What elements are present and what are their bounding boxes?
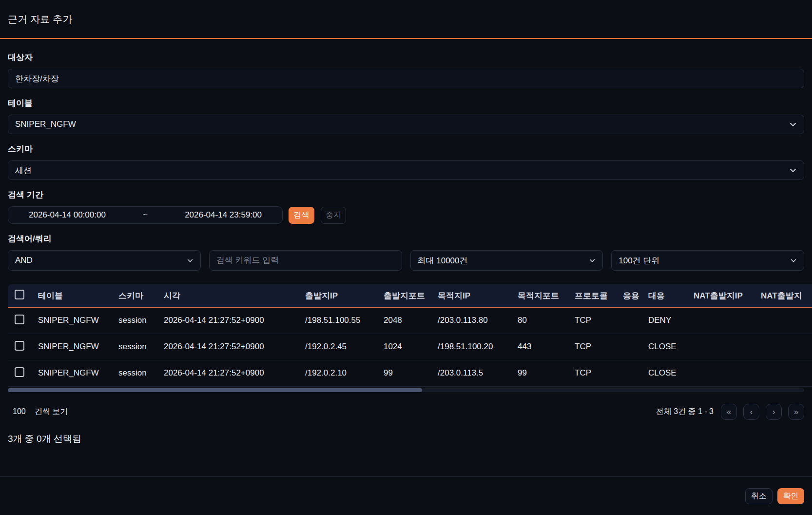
table-label: 테이블 — [8, 98, 804, 109]
table-cell: TCP — [567, 360, 615, 386]
column-header: 시각 — [156, 284, 297, 307]
double-chevron-left-icon: « — [727, 408, 731, 416]
table-cell: 2026-04-14 21:27:52+0900 — [156, 334, 297, 360]
table-cell: SNIPER_NGFW — [30, 307, 111, 334]
range-text: 전체 3건 중 1 - 3 — [656, 407, 714, 417]
table-cell — [615, 307, 640, 334]
table-cell — [686, 307, 753, 334]
dialog-header: 근거 자료 추가 — [0, 0, 812, 39]
table-cell: 99 — [510, 360, 567, 386]
table-cell: 443 — [510, 334, 567, 360]
chevron-down-icon — [789, 120, 797, 128]
row-checkbox[interactable] — [15, 341, 24, 351]
operator-select[interactable]: AND — [8, 250, 201, 271]
table-row[interactable]: SNIPER_NGFWsession2026-04-14 21:27:52+09… — [8, 334, 812, 360]
end-datetime[interactable]: 2026-04-14 23:59:00 — [185, 210, 262, 220]
table-cell: session — [111, 334, 156, 360]
last-page-button[interactable]: » — [788, 404, 804, 420]
results-table: 테이블스키마시각출발지IP출발지포트목적지IP목적지포트프로토콜응용대응NAT출… — [8, 284, 812, 387]
column-header: 응용 — [615, 284, 640, 307]
chevron-right-icon: › — [773, 408, 775, 416]
query-row: AND 최대 10000건 100건 단위 — [8, 250, 804, 271]
table-select[interactable]: SNIPER_NGFW — [8, 115, 804, 134]
prev-page-button[interactable]: ‹ — [743, 404, 759, 420]
chevron-down-icon — [789, 166, 797, 174]
target-input[interactable]: 한차장/차장 — [8, 69, 804, 88]
table-cell: SNIPER_NGFW — [30, 334, 111, 360]
schema-label: 스키마 — [8, 143, 804, 155]
column-header: 목적지포트 — [510, 284, 567, 307]
schema-select-value: 세션 — [15, 165, 32, 176]
table-header-row: 테이블스키마시각출발지IP출발지포트목적지IP목적지포트프로토콜응용대응NAT출… — [8, 284, 812, 307]
double-chevron-right-icon: » — [794, 408, 798, 416]
target-value: 한차장/차장 — [15, 73, 59, 84]
table-cell: SNIPER_NGFW — [30, 360, 111, 386]
table-cell: /203.0.113.80 — [430, 307, 510, 334]
dialog-body: 대상자 한차장/차장 테이블 SNIPER_NGFW 스키마 세션 검색 기간 … — [0, 39, 812, 271]
chevron-left-icon: ‹ — [750, 408, 753, 416]
table-cell: 2026-04-14 21:27:52+0900 — [156, 307, 297, 334]
table-cell: /198.51.100.55 — [297, 307, 376, 334]
table-cell: /198.51.100.20 — [430, 334, 510, 360]
target-label: 대상자 — [8, 52, 804, 63]
keyword-input[interactable] — [209, 250, 402, 271]
row-checkbox[interactable] — [15, 367, 24, 377]
first-page-button[interactable]: « — [721, 404, 737, 420]
schema-select[interactable]: 세션 — [8, 160, 804, 180]
table-cell — [615, 334, 640, 360]
table-select-value: SNIPER_NGFW — [15, 119, 76, 129]
page-size-suffix: 건씩 보기 — [35, 407, 68, 417]
confirm-button[interactable]: 확인 — [777, 488, 804, 504]
table-cell: /203.0.113.5 — [430, 360, 510, 386]
table-cell — [686, 334, 753, 360]
results-table-container: 테이블스키마시각출발지IP출발지포트목적지IP목적지포트프로토콜응용대응NAT출… — [8, 284, 812, 387]
max-rows-value: 최대 10000건 — [418, 255, 468, 266]
period-row: 2026-04-14 00:00:00 ~ 2026-04-14 23:59:0… — [8, 206, 804, 224]
table-cell: 80 — [510, 307, 567, 334]
date-range-picker[interactable]: 2026-04-14 00:00:00 ~ 2026-04-14 23:59:0… — [8, 206, 283, 224]
next-page-button[interactable]: › — [766, 404, 782, 420]
column-header: NAT출발지IP — [686, 284, 753, 307]
operator-select-value: AND — [15, 256, 33, 265]
table-cell: 99 — [376, 360, 430, 386]
table-cell: /192.0.2.10 — [297, 360, 376, 386]
table-cell: CLOSE — [640, 360, 686, 386]
page-size-select[interactable]: 100 — [8, 407, 26, 416]
column-header: 스키마 — [111, 284, 156, 307]
cancel-button[interactable]: 취소 — [745, 488, 773, 504]
table-cell: DENY — [640, 307, 686, 334]
selection-summary: 3개 중 0개 선택됨 — [8, 433, 804, 445]
dialog-title: 근거 자료 추가 — [8, 13, 73, 26]
chevron-down-icon — [187, 257, 193, 264]
horizontal-scrollbar[interactable] — [8, 388, 804, 392]
table-cell — [686, 360, 753, 386]
column-header: 테이블 — [30, 284, 111, 307]
table-cell — [753, 360, 812, 386]
select-all-checkbox[interactable] — [15, 290, 24, 299]
max-rows-select[interactable]: 최대 10000건 — [410, 250, 603, 271]
pager-controls: 전체 3건 중 1 - 3 « ‹ › » — [656, 404, 804, 420]
stop-button[interactable]: 중지 — [321, 207, 346, 224]
page-size-control: 100 건씩 보기 — [8, 407, 68, 417]
table-cell — [753, 334, 812, 360]
chunk-size-select[interactable]: 100건 단위 — [611, 250, 804, 271]
chevron-down-icon — [589, 257, 596, 264]
table-cell: 1024 — [376, 334, 430, 360]
table-cell: session — [111, 307, 156, 334]
dialog-footer: 취소 확인 — [0, 476, 812, 515]
table-cell: TCP — [567, 307, 615, 334]
chunk-size-value: 100건 단위 — [619, 255, 659, 266]
column-header: 출발지포트 — [376, 284, 430, 307]
start-datetime[interactable]: 2026-04-14 00:00:00 — [29, 210, 106, 220]
table-cell — [615, 360, 640, 386]
table-row[interactable]: SNIPER_NGFWsession2026-04-14 21:27:52+09… — [8, 360, 812, 386]
table-row[interactable]: SNIPER_NGFWsession2026-04-14 21:27:52+09… — [8, 307, 812, 334]
scrollbar-thumb[interactable] — [8, 388, 422, 392]
period-label: 검색 기간 — [8, 189, 804, 200]
column-header: 프로토콜 — [567, 284, 615, 307]
search-button[interactable]: 검색 — [289, 207, 314, 224]
table-cell: session — [111, 360, 156, 386]
table-cell: /192.0.2.45 — [297, 334, 376, 360]
row-checkbox[interactable] — [15, 315, 24, 324]
column-header: 대응 — [640, 284, 686, 307]
